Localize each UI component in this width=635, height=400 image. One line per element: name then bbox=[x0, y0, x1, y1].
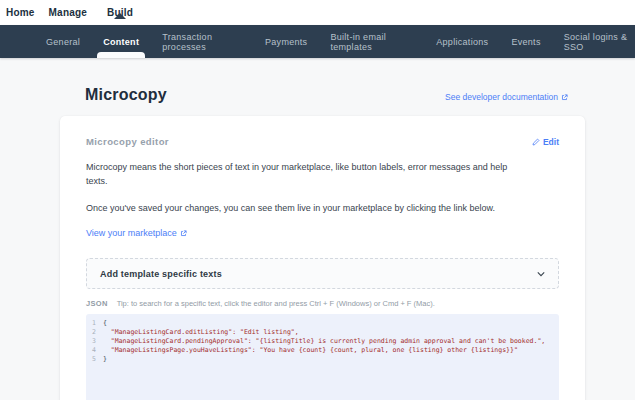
active-section-pointer-icon bbox=[114, 13, 126, 19]
code-line: 5 } bbox=[86, 355, 553, 364]
json-format-label: JSON bbox=[86, 299, 108, 308]
edit-button-label: Edit bbox=[543, 137, 559, 147]
topnav-item-build[interactable]: Build bbox=[107, 7, 133, 18]
code-line: 2 "ManageListingCard.editListing": "Edit… bbox=[86, 328, 553, 337]
code-text: } bbox=[103, 355, 107, 364]
code-line: 4 "ManageListingsPage.youHaveListings": … bbox=[86, 346, 553, 355]
card-header: Microcopy editor Edit bbox=[86, 136, 559, 147]
subnav-item-general[interactable]: General bbox=[46, 25, 80, 58]
code-text: "ManageListingCard.pendingApproval": "{l… bbox=[103, 337, 545, 346]
view-marketplace-link-label: View your marketplace bbox=[86, 228, 177, 238]
page-header: Microcopy See developer documentation bbox=[85, 58, 568, 104]
json-code-editor[interactable]: 1 { 2 "ManageListingCard.editListing": "… bbox=[86, 314, 559, 400]
line-number: 5 bbox=[86, 355, 103, 364]
active-tab-indicator bbox=[97, 52, 145, 58]
line-number: 1 bbox=[86, 319, 103, 328]
subnav-item-built-in-email-templates[interactable]: Built-in email templates bbox=[330, 25, 413, 58]
code-text: { bbox=[103, 319, 107, 328]
microcopy-editor-card: Microcopy editor Edit Microcopy means th… bbox=[60, 116, 585, 400]
card-title: Microcopy editor bbox=[86, 136, 169, 147]
external-link-icon bbox=[561, 94, 568, 101]
line-number: 2 bbox=[86, 328, 103, 337]
subnav-item-content[interactable]: Content bbox=[103, 25, 139, 58]
code-line: 1 { bbox=[86, 319, 553, 328]
microcopy-description: Microcopy means the short pieces of text… bbox=[86, 160, 526, 188]
subnav-item-transaction-processes[interactable]: Transaction processes bbox=[162, 25, 242, 58]
build-sub-navigation: General Content Transaction processes Pa… bbox=[0, 25, 635, 58]
topnav-item-home[interactable]: Home bbox=[6, 7, 35, 18]
add-template-texts-label: Add template specific texts bbox=[100, 269, 222, 279]
external-link-icon bbox=[180, 230, 187, 237]
topnav-item-manage[interactable]: Manage bbox=[49, 7, 87, 18]
code-text: "ManageListingCard.editListing": "Edit l… bbox=[103, 328, 299, 337]
subnav-item-content-label: Content bbox=[103, 37, 139, 47]
edit-pencil-icon bbox=[532, 138, 540, 146]
developer-documentation-link[interactable]: See developer documentation bbox=[445, 92, 568, 104]
subnav-item-applications[interactable]: Applications bbox=[436, 25, 488, 58]
code-text: "ManageListingsPage.youHaveListings": "Y… bbox=[103, 346, 518, 355]
line-number: 3 bbox=[86, 337, 103, 346]
save-changes-note: Once you've saved your changes, you can … bbox=[86, 201, 526, 215]
developer-documentation-link-label: See developer documentation bbox=[445, 92, 558, 102]
line-number: 4 bbox=[86, 346, 103, 355]
add-template-texts-accordion[interactable]: Add template specific texts bbox=[86, 258, 559, 289]
subnav-item-payments[interactable]: Payments bbox=[265, 25, 307, 58]
edit-button[interactable]: Edit bbox=[532, 137, 559, 147]
page-title: Microcopy bbox=[85, 86, 167, 104]
top-navigation: Home Manage Build bbox=[0, 0, 635, 25]
editor-search-tip: Tip: to search for a specific text, clic… bbox=[117, 299, 435, 308]
editor-meta-row: JSON Tip: to search for a specific text,… bbox=[86, 299, 559, 308]
chevron-down-icon bbox=[537, 271, 545, 277]
subnav-item-events[interactable]: Events bbox=[511, 25, 540, 58]
code-line: 3 "ManageListingCard.pendingApproval": "… bbox=[86, 337, 553, 346]
subnav-item-social-logins-sso[interactable]: Social logins & SSO bbox=[564, 25, 635, 58]
view-marketplace-link[interactable]: View your marketplace bbox=[86, 228, 187, 238]
page: { "colors": { "nav_bg": "#2d3e50", "acce… bbox=[0, 0, 635, 400]
